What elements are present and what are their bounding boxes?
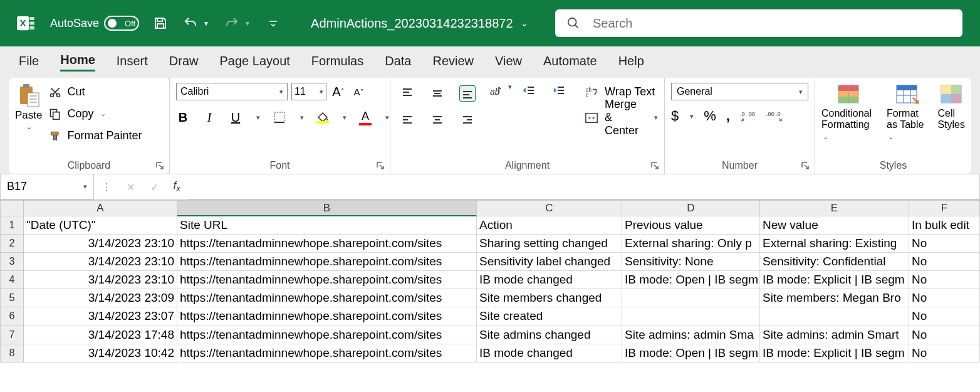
cell[interactable]: https://tenantadminnewhope.sharepoint.co… — [177, 307, 477, 326]
align-right-icon[interactable] — [459, 112, 476, 128]
align-top-icon[interactable] — [399, 85, 415, 102]
cell[interactable]: "Date (UTC)" — [24, 216, 177, 235]
underline-button[interactable]: U — [229, 109, 242, 125]
align-left-icon[interactable] — [399, 112, 415, 128]
orientation-dropdown-icon[interactable]: ▾ — [508, 83, 512, 91]
name-box[interactable]: B17 ▾ — [0, 174, 94, 199]
font-color-button[interactable]: A — [359, 110, 372, 125]
cell[interactable]: No — [909, 235, 980, 253]
row-header[interactable]: 8 — [0, 344, 24, 363]
cell[interactable]: Sensitivity label changed — [477, 253, 622, 271]
font-name-select[interactable]: Calibri▾ — [176, 83, 288, 100]
col-header[interactable]: A — [24, 200, 177, 216]
font-launcher-icon[interactable] — [376, 161, 385, 170]
cell[interactable]: 3/14/2023 17:48 — [24, 326, 177, 344]
cell[interactable] — [622, 307, 760, 326]
row-header[interactable]: 5 — [0, 289, 24, 307]
borders-dropdown-icon[interactable]: ▾ — [300, 114, 304, 122]
cell[interactable]: Site admins: admin Smart — [760, 326, 909, 344]
cell[interactable]: 3/14/2023 23:10 — [24, 235, 177, 253]
tab-help[interactable]: Help — [618, 51, 644, 71]
orientation-icon[interactable]: ab — [487, 83, 503, 99]
tab-page-layout[interactable]: Page Layout — [220, 51, 290, 71]
cell[interactable]: 3/14/2023 23:10 — [24, 253, 177, 271]
cell[interactable]: 3/14/2023 23:09 — [24, 289, 177, 307]
cell-styles-button[interactable]: Cell Styles — [937, 83, 965, 130]
merge-center-button[interactable]: Merge & Center ▾ — [585, 109, 658, 127]
col-header[interactable]: F — [909, 200, 980, 216]
name-box-dropdown-icon[interactable]: ▾ — [83, 183, 87, 191]
select-all-corner[interactable] — [0, 200, 24, 216]
underline-dropdown-icon[interactable]: ▾ — [256, 114, 260, 122]
cell[interactable]: https://tenantadminnewhope.sharepoint.co… — [177, 271, 477, 289]
percent-format-button[interactable]: % — [704, 108, 716, 124]
align-middle-icon[interactable] — [429, 85, 446, 102]
col-header[interactable]: D — [622, 200, 760, 216]
decrease-indent-icon[interactable] — [521, 83, 537, 99]
filename-dropdown-icon[interactable]: ⌄ — [521, 18, 528, 28]
cell[interactable]: IB mode: Explicit | IB segm — [760, 344, 909, 363]
tab-formulas[interactable]: Formulas — [311, 51, 363, 71]
save-icon[interactable] — [152, 14, 169, 32]
cell[interactable]: 3/14/2023 10:42 — [24, 344, 177, 363]
cell[interactable]: IB mode changed — [477, 344, 622, 363]
cell[interactable]: Site admins: admin Sma — [622, 326, 760, 344]
cell[interactable]: Sensitivity: None — [622, 253, 760, 271]
row-header[interactable]: 7 — [0, 326, 24, 344]
tab-data[interactable]: Data — [385, 51, 411, 71]
cell[interactable]: External sharing: Existing — [760, 235, 909, 253]
cell[interactable]: No — [909, 289, 980, 307]
cell[interactable]: https://tenantadminnewhope.sharepoint.co… — [177, 326, 477, 344]
increase-indent-icon[interactable] — [551, 83, 567, 99]
tab-review[interactable]: Review — [432, 51, 474, 71]
number-launcher-icon[interactable] — [801, 161, 810, 170]
tab-insert[interactable]: Insert — [117, 51, 148, 71]
borders-button[interactable] — [273, 109, 286, 125]
cell[interactable]: Site members changed — [477, 289, 622, 307]
paste-icon[interactable] — [16, 83, 41, 108]
cell[interactable]: In bulk edit — [909, 216, 980, 235]
cell[interactable]: IB mode: Open | IB segm — [622, 271, 760, 289]
enter-formula-icon[interactable]: ✓ — [150, 181, 159, 193]
cell[interactable]: No — [909, 307, 980, 326]
number-format-select[interactable]: General▾ — [671, 83, 808, 100]
row-header[interactable]: 4 — [0, 271, 24, 289]
formula-options-icon[interactable]: ⋮ — [102, 181, 112, 193]
comma-format-button[interactable]: , — [726, 108, 730, 124]
cell[interactable]: External sharing: Only p — [622, 235, 760, 253]
row-header[interactable]: 6 — [0, 307, 24, 326]
cell[interactable]: https://tenantadminnewhope.sharepoint.co… — [177, 235, 477, 253]
cell[interactable]: https://tenantadminnewhope.sharepoint.co… — [177, 289, 477, 307]
cell[interactable]: Previous value — [622, 216, 760, 235]
tab-automate[interactable]: Automate — [543, 51, 597, 71]
accounting-dropdown-icon[interactable]: ▾ — [690, 112, 694, 120]
cell[interactable]: IB mode: Explicit | IB segm — [760, 271, 909, 289]
col-header[interactable]: E — [760, 200, 909, 216]
fill-color-button[interactable] — [316, 111, 329, 124]
increase-decimal-icon[interactable]: .0.00 — [740, 108, 756, 124]
redo-dropdown-icon[interactable]: ▾ — [243, 19, 252, 28]
redo-icon[interactable] — [223, 14, 241, 32]
font-size-select[interactable]: 11▾ — [291, 83, 326, 100]
cell[interactable] — [622, 289, 760, 307]
paste-button[interactable]: Paste — [15, 109, 42, 122]
row-header[interactable]: 3 — [0, 253, 24, 271]
tab-home[interactable]: Home — [60, 50, 95, 72]
cell[interactable]: Sensitivity: Confidential — [760, 253, 909, 271]
clipboard-launcher-icon[interactable] — [155, 161, 164, 170]
align-center-icon[interactable] — [429, 112, 446, 128]
cell[interactable]: No — [909, 326, 980, 344]
font-color-dropdown-icon[interactable]: ▾ — [385, 114, 389, 122]
row-header[interactable]: 2 — [0, 235, 24, 253]
col-header[interactable]: B — [177, 200, 477, 216]
cell[interactable]: Site created — [477, 307, 622, 326]
accounting-format-button[interactable]: $ — [671, 108, 679, 124]
cell[interactable]: https://tenantadminnewhope.sharepoint.co… — [177, 253, 477, 271]
undo-icon[interactable] — [182, 14, 199, 32]
decrease-decimal-icon[interactable]: .00.0 — [766, 108, 783, 124]
cut-button[interactable]: Cut — [48, 83, 142, 101]
cell[interactable]: No — [909, 253, 980, 271]
cell[interactable]: 3/14/2023 23:10 — [24, 271, 177, 289]
search-box[interactable] — [555, 9, 962, 37]
cancel-formula-icon[interactable]: ✕ — [127, 181, 135, 193]
